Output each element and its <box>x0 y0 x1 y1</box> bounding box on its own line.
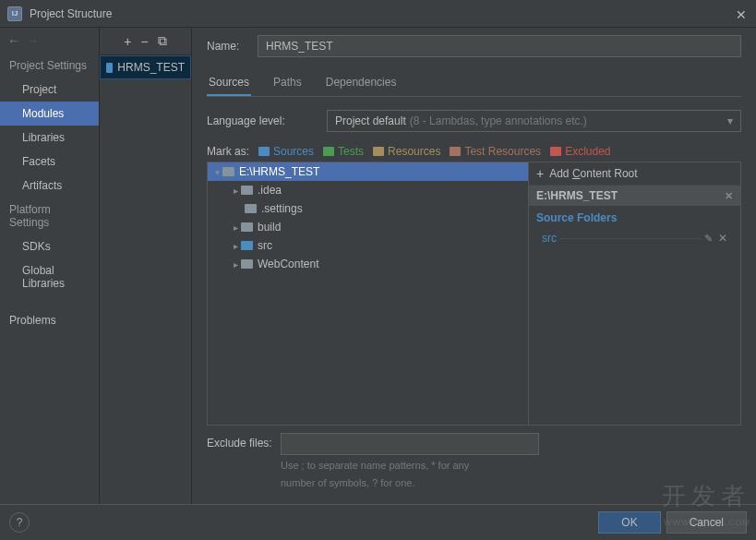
remove-module-icon[interactable]: − <box>141 34 149 49</box>
expand-icon[interactable]: ▾ <box>211 167 222 177</box>
add-content-root-button[interactable]: + Add Content Root <box>529 162 740 186</box>
expand-icon[interactable]: ▸ <box>230 222 241 233</box>
expand-icon[interactable]: ▸ <box>230 241 241 251</box>
tab-dependencies[interactable]: Dependencies <box>324 70 399 96</box>
language-level-hint: (8 - Lambdas, type annotations etc.) <box>410 114 587 127</box>
exclude-hint-2: number of symbols, ? for one. <box>281 476 741 489</box>
mark-as-label: Mark as: <box>207 145 249 158</box>
back-icon[interactable]: ← <box>7 33 20 48</box>
language-level-label: Language level: <box>207 114 327 127</box>
remove-root-icon[interactable]: ✕ <box>725 190 733 202</box>
expand-icon[interactable]: ▸ <box>230 186 241 196</box>
source-folder-item[interactable]: src ✎ ✕ <box>529 230 740 246</box>
source-tree: ▾ E:\HRMS_TEST ▸ .idea .settings ▸ <box>208 162 528 425</box>
nav-problems[interactable]: Problems <box>0 308 99 332</box>
tree-item-build[interactable]: ▸ build <box>208 218 528 236</box>
folder-icon <box>241 222 253 232</box>
exclude-hint-1: Use ; to separate name patterns, * for a… <box>281 459 741 472</box>
folder-icon <box>241 259 253 269</box>
copy-module-icon[interactable]: ⧉ <box>158 33 167 49</box>
exclude-files-row: Exclude files: Use ; to separate name pa… <box>207 426 741 497</box>
tab-paths[interactable]: Paths <box>271 70 304 96</box>
content-root-item[interactable]: E:\HRMS_TEST ✕ <box>529 186 740 206</box>
source-folder-label: src <box>542 232 557 245</box>
left-nav: ← → Project Settings Project Modules Lib… <box>0 28 100 504</box>
section-platform-settings: Platform Settings <box>0 198 99 234</box>
content-root-label: E:\HRMS_TEST <box>536 189 618 202</box>
chevron-down-icon: ▾ <box>727 114 733 127</box>
excluded-color-icon <box>550 147 561 156</box>
nav-libraries[interactable]: Libraries <box>0 126 99 150</box>
module-toolbar: + − ⧉ <box>100 28 191 55</box>
tree-item-idea[interactable]: ▸ .idea <box>208 181 528 199</box>
module-item-hrms-test[interactable]: HRMS_TEST <box>100 55 191 79</box>
name-input[interactable] <box>258 35 741 57</box>
source-folders-header: Source Folders <box>529 206 740 230</box>
expand-icon[interactable]: ▸ <box>230 259 241 270</box>
folder-icon <box>222 167 234 176</box>
tree-item-src[interactable]: ▸ src <box>208 236 528 255</box>
folder-icon <box>245 204 257 213</box>
nav-sdks[interactable]: SDKs <box>0 234 99 258</box>
exclude-files-label: Exclude files: <box>207 433 281 450</box>
mark-tests-button[interactable]: Tests <box>323 145 364 158</box>
module-item-label: HRMS_TEST <box>117 61 185 74</box>
language-level-value: Project default <box>335 114 406 127</box>
mark-resources-button[interactable]: Resources <box>373 145 440 158</box>
nav-history: ← → <box>0 28 99 54</box>
nav-global-libs[interactable]: Global Libraries <box>0 258 99 295</box>
mark-excluded-button[interactable]: Excluded <box>550 145 610 158</box>
module-tabs: Sources Paths Dependencies <box>207 70 741 97</box>
ok-button[interactable]: OK <box>598 511 660 534</box>
source-folder-icon <box>241 241 253 250</box>
section-project-settings: Project Settings <box>0 54 99 78</box>
tree-root[interactable]: ▾ E:\HRMS_TEST <box>208 162 528 181</box>
module-folder-icon <box>106 63 113 73</box>
mark-sources-button[interactable]: Sources <box>258 145 314 158</box>
folder-icon <box>241 186 253 195</box>
mark-as-row: Mark as: Sources Tests Resources Test Re… <box>207 145 741 158</box>
resources-color-icon <box>373 147 384 156</box>
language-level-select[interactable]: Project default (8 - Lambdas, type annot… <box>327 110 741 132</box>
cancel-button[interactable]: Cancel <box>666 511 747 534</box>
edit-icon[interactable]: ✎ <box>704 233 713 245</box>
nav-artifacts[interactable]: Artifacts <box>0 174 99 198</box>
mark-test-resources-button[interactable]: Test Resources <box>450 145 541 158</box>
test-resources-color-icon <box>450 147 461 156</box>
content-panel: Name: Sources Paths Dependencies Languag… <box>192 28 756 504</box>
tree-item-label: build <box>258 221 281 234</box>
nav-modules[interactable]: Modules <box>0 102 99 126</box>
tree-item-label: .settings <box>261 202 303 215</box>
help-button[interactable]: ? <box>9 512 30 533</box>
tree-root-label: E:\HRMS_TEST <box>239 165 319 178</box>
footer: ? OK Cancel <box>0 504 756 540</box>
module-list: + − ⧉ HRMS_TEST <box>100 28 192 504</box>
sources-container: ▾ E:\HRMS_TEST ▸ .idea .settings ▸ <box>207 162 741 426</box>
exclude-files-input[interactable] <box>281 433 539 455</box>
remove-icon[interactable]: ✕ <box>718 232 727 245</box>
tree-item-webcontent[interactable]: ▸ WebContent <box>208 255 528 273</box>
tab-sources[interactable]: Sources <box>207 70 251 96</box>
close-icon[interactable]: ✕ <box>736 7 749 20</box>
name-label: Name: <box>207 40 258 53</box>
window-title: Project Structure <box>30 7 112 20</box>
app-icon: IJ <box>7 6 22 21</box>
content-roots-pane: + Add Content Root E:\HRMS_TEST ✕ Source… <box>528 162 740 425</box>
nav-project[interactable]: Project <box>0 78 99 102</box>
titlebar: IJ Project Structure ✕ <box>0 0 756 28</box>
add-module-icon[interactable]: + <box>124 34 131 49</box>
nav-facets[interactable]: Facets <box>0 150 99 174</box>
tree-item-label: .idea <box>258 184 282 197</box>
tree-item-label: WebContent <box>258 258 319 270</box>
forward-icon[interactable]: → <box>26 33 39 48</box>
tree-item-settings[interactable]: .settings <box>208 199 528 218</box>
sources-color-icon <box>258 147 270 156</box>
plus-icon: + <box>536 166 544 181</box>
tests-color-icon <box>323 147 334 156</box>
tree-item-label: src <box>258 239 272 252</box>
